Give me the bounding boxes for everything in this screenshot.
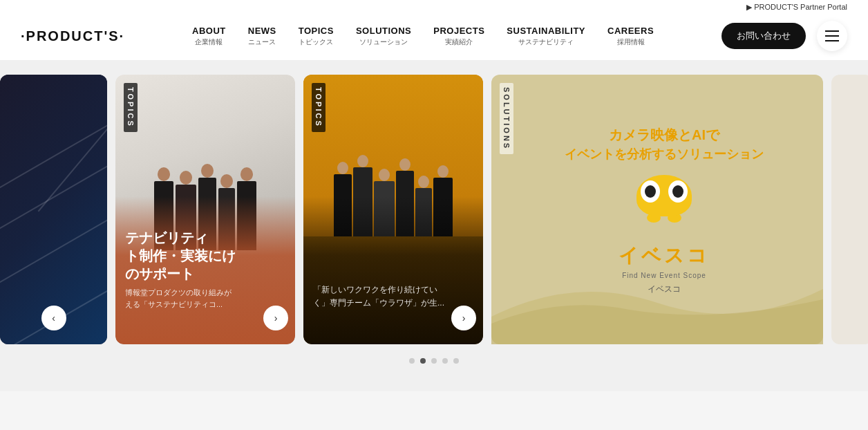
dark-overlay: [0, 75, 107, 344]
card-2-label: TOPICS: [124, 83, 138, 132]
mascot-body: [636, 175, 692, 216]
nav-right: お問い合わせ: [721, 21, 847, 51]
nav-projects[interactable]: PROJECTS 実績紹介: [433, 26, 484, 47]
dot-3[interactable]: [431, 358, 437, 364]
nav-topics[interactable]: TOPICS トピックス: [299, 26, 334, 47]
carousel-card-topics-1: TOPICS テナビリティト制作・実装にけのサポート 博報堂プロダクツの取り組み…: [115, 75, 295, 344]
nav-sustainability[interactable]: SUSTAINABILITY サステナビリティ: [507, 26, 585, 47]
mascot-pupil-left: [645, 185, 656, 198]
card-2-desc: 博報堂プロダクツの取り組みがえる「サステナビリティコ...: [125, 287, 285, 310]
carousel-card-solutions: SOLUTIONS カメラ映像とAIで イベントを分析するソリューション: [491, 75, 823, 344]
menu-line-3: [825, 40, 839, 41]
brand-tagline: Find New Event Scope: [622, 272, 706, 279]
mascot-illustration: [630, 175, 699, 230]
brand-sub: イベスコ: [648, 283, 681, 295]
solutions-content: カメラ映像とAIで イベントを分析するソリューション: [491, 75, 823, 344]
logo: ·PRODUCT'S·: [21, 28, 124, 44]
mascot-eye-right: [668, 180, 688, 203]
nav-news[interactable]: NEWS ニュース: [248, 26, 276, 47]
hamburger-menu-button[interactable]: [817, 21, 847, 51]
solutions-label: SOLUTIONS: [500, 83, 513, 154]
partner-portal-link[interactable]: ▶ PRODUCT'S Partner Portal: [746, 3, 847, 11]
diagonal-line-2: [0, 142, 107, 251]
dot-2[interactable]: [420, 358, 426, 364]
headline-line-1: カメラ映像とAIで: [565, 124, 764, 145]
prev-arrow-button[interactable]: ‹: [41, 306, 66, 330]
dot-1[interactable]: [409, 358, 415, 364]
card-3-label: TOPICS: [312, 83, 326, 132]
next-arrow-button-3[interactable]: ›: [451, 306, 476, 330]
carousel-section: ‹ TOPICS テナビリティト制作・実装にけのサポート 博報堂プロダクツの取り…: [0, 61, 868, 391]
menu-line-2: [825, 35, 839, 37]
mascot-pupil-right: [672, 185, 683, 198]
card-2-title: テナビリティト制作・実装にけのサポート: [125, 229, 285, 283]
carousel-track: ‹ TOPICS テナビリティト制作・実装にけのサポート 博報堂プロダクツの取り…: [0, 75, 868, 344]
solutions-headline: カメラ映像とAIで イベントを分析するソリューション: [565, 124, 764, 164]
diagonal-line-5: [38, 75, 107, 212]
contact-button[interactable]: お問い合わせ: [721, 23, 806, 49]
card-3-desc: 「新しいワクワクを作り続けていく」専門チーム「ウラワザ」が生...: [313, 283, 473, 310]
carousel-card-dark: ‹: [0, 75, 107, 344]
carousel-dots: [0, 358, 868, 364]
header: ▶ PRODUCT'S Partner Portal ·PRODUCT'S· A…: [0, 0, 868, 61]
menu-line-1: [825, 30, 839, 32]
brand-name: イベスコ: [619, 243, 710, 269]
card-2-text: テナビリティト制作・実装にけのサポート 博報堂プロダクツの取り組みがえる「サステ…: [125, 229, 285, 310]
mascot-eye-left: [641, 180, 660, 203]
dot-4[interactable]: [442, 358, 448, 364]
next-arrow-button-2[interactable]: ›: [263, 306, 288, 330]
card-3-text: 「新しいワクワクを作り続けていく」専門チーム「ウラワザ」が生...: [313, 283, 473, 310]
nav-solutions[interactable]: SOLUTIONS ソリューション: [356, 26, 411, 47]
headline-line-2: イベントを分析するソリューション: [565, 145, 764, 164]
main-nav: ABOUT 企業情報 NEWS ニュース TOPICS トピックス SOLUTI…: [124, 26, 721, 47]
dot-5[interactable]: [453, 358, 459, 364]
carousel-card-partial: [831, 75, 868, 344]
nav-careers[interactable]: CAREERS 採用情報: [607, 26, 654, 47]
nav-about[interactable]: ABOUT 企業情報: [192, 26, 226, 47]
diagonal-line-3: [0, 196, 107, 305]
carousel-card-topics-2: TOPICS 「新しいワクワクを作り続けていく」専門チーム「ウラワザ」が生...…: [303, 75, 483, 344]
